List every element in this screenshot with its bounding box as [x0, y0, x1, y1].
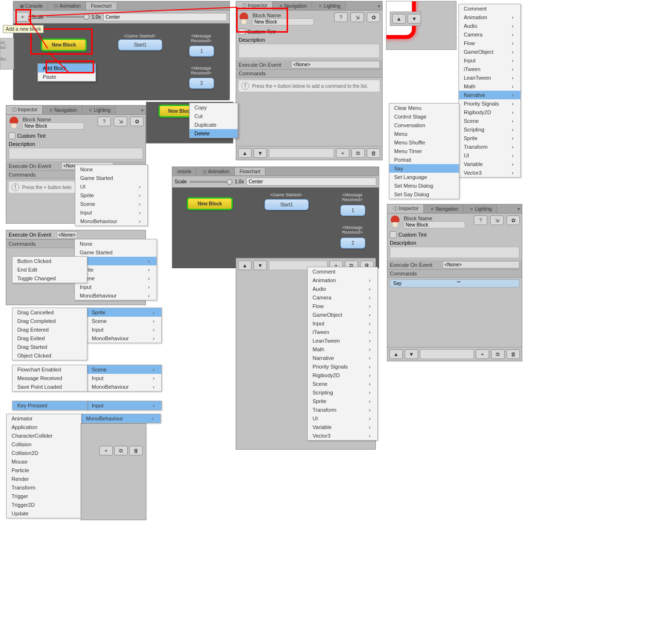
down-button-3[interactable]: ▼ [405, 349, 418, 359]
help-button-3[interactable]: ? [474, 215, 487, 225]
execute-dd-ui[interactable]: <None> [57, 231, 78, 239]
tab-navigation-3[interactable]: ✕Navigation [424, 204, 463, 213]
ccr-math[interactable]: Math [459, 82, 520, 91]
tab-lighting[interactable]: ≡Lighting [312, 1, 346, 10]
ns-setmenu[interactable]: Set Menu Dialog [389, 181, 459, 190]
ccr-priority[interactable]: Priority Signals [459, 99, 520, 108]
ns-conv[interactable]: Conversation [389, 121, 459, 130]
sc-input[interactable]: Input [87, 374, 161, 382]
in-key[interactable]: Key Pressed [12, 401, 87, 410]
collapse-button-3[interactable]: ⇲ [490, 215, 504, 225]
ns-timer[interactable]: Menu Timer [389, 147, 459, 155]
command-search-3[interactable] [420, 349, 474, 359]
panel-menu-icon-3[interactable]: ▾ [515, 205, 522, 212]
menu-copy[interactable]: Copy [190, 103, 238, 112]
mb-mono[interactable]: MonoBehaviour [81, 414, 160, 423]
ns-setsay[interactable]: Set Say Dialog [389, 190, 459, 199]
block-2-c[interactable]: 2 [340, 238, 365, 249]
ccr-variable[interactable]: Variable [459, 160, 520, 168]
collapse-button[interactable]: ⇲ [350, 12, 364, 22]
ui-input[interactable]: Input [75, 283, 156, 291]
flowchart-canvas-2[interactable]: New Block <Game Started> Start1 <Message… [172, 188, 379, 268]
down-button-c[interactable]: ▼ [253, 261, 267, 270]
sp-input[interactable]: Input [87, 325, 161, 334]
custom-tint-checkbox[interactable] [239, 28, 245, 35]
custom-tint-checkbox-2[interactable] [9, 132, 15, 139]
block-1[interactable]: 1 [189, 46, 214, 57]
ccr-sprite[interactable]: Sprite [459, 134, 520, 143]
mb-app[interactable]: Application [7, 423, 81, 431]
center-field[interactable]: Center [103, 13, 227, 21]
description-input-2[interactable] [9, 148, 143, 159]
cc-priority[interactable]: Priority Signals [308, 362, 377, 371]
panel-menu-icon[interactable]: ▾ [375, 2, 382, 9]
down-btn-r[interactable]: ▼ [408, 14, 421, 24]
tab-animation[interactable]: ◷Animation [48, 1, 86, 10]
tab-onsole[interactable]: onsole [172, 168, 196, 175]
block-1-c[interactable]: 1 [340, 205, 365, 216]
command-search[interactable] [269, 148, 334, 158]
ccr-input[interactable]: Input [459, 56, 520, 65]
ccr-narrative[interactable]: Narrative [459, 91, 520, 99]
ev-ui[interactable]: UI [75, 182, 147, 191]
ev-scene[interactable]: Scene [75, 200, 147, 208]
cc-transform[interactable]: Transform [308, 405, 377, 414]
flowchart-canvas[interactable]: New Block <Game Started> Start1 <Message… [13, 24, 229, 100]
sp-enter[interactable]: Drag Entered [12, 325, 87, 334]
ui-none[interactable]: None [75, 239, 156, 248]
mb-col[interactable]: Collision [7, 440, 81, 449]
block-start1-c[interactable]: Start1 [265, 199, 309, 210]
sp-cancel[interactable]: Drag Cancelled [12, 308, 87, 317]
menu-paste[interactable]: Paste [38, 72, 96, 81]
mb-render[interactable]: Render [7, 475, 81, 483]
mb-mouse[interactable]: Mouse [7, 457, 81, 466]
ns-menu[interactable]: Menu [389, 130, 459, 138]
sp-exit[interactable]: Drag Exited [12, 334, 87, 343]
cc-narrative[interactable]: Narrative [308, 354, 377, 362]
block-new[interactable]: New Block [41, 38, 87, 51]
tab-animation-2[interactable]: ◷Animation [196, 167, 234, 176]
del-cmd-mono[interactable]: 🗑 [129, 446, 143, 455]
copy-command-button-3[interactable]: ⧉ [491, 349, 505, 359]
cc-math[interactable]: Math [308, 345, 377, 354]
block-start1[interactable]: Start1 [118, 39, 162, 50]
block-2[interactable]: 2 [189, 78, 214, 89]
ns-clear[interactable]: Clear Menu [389, 104, 459, 112]
custom-tint-checkbox-3[interactable] [390, 231, 397, 238]
ns-control[interactable]: Control Stage [389, 112, 459, 121]
in-input[interactable]: Input [87, 401, 161, 410]
panel-menu-icon-2[interactable]: ▾ [139, 107, 145, 113]
ccr-scene[interactable]: Scene [459, 117, 520, 125]
delete-command-button[interactable]: 🗑 [367, 148, 380, 158]
block-name-input[interactable] [253, 18, 314, 25]
execute-dropdown[interactable]: <None> [291, 61, 380, 68]
cc-sprite[interactable]: Sprite [308, 397, 377, 405]
cc-scene[interactable]: Scene [308, 380, 377, 388]
ev-mono[interactable]: MonoBehaviour [75, 217, 147, 226]
collapse-button-2[interactable]: ⇲ [114, 117, 127, 126]
cc-rigidbody[interactable]: Rigibody2D [308, 371, 377, 380]
menu-delete[interactable]: Delete [190, 129, 238, 138]
tab-navigation[interactable]: ✕Navigation [273, 1, 312, 10]
ccr-rigidbody[interactable]: Rigibody2D [459, 108, 520, 117]
ui-button-clicked[interactable]: Button Clicked [12, 257, 87, 265]
tab-lighting-2[interactable]: ≡Lighting [82, 106, 116, 114]
add-command-button-3[interactable]: + [476, 349, 489, 359]
sc-scene[interactable]: Scene [87, 365, 161, 374]
ccr-ui[interactable]: UI [459, 151, 520, 160]
block-new-c[interactable]: New Block [187, 197, 233, 210]
up-button-3[interactable]: ▲ [389, 349, 403, 359]
sp-complete[interactable]: Drag Completed [12, 317, 87, 325]
cc-variable[interactable]: Variable [308, 423, 377, 431]
ui-toggle-changed[interactable]: Toggle Changed [12, 274, 87, 283]
sp-scene[interactable]: Scene [87, 317, 161, 325]
copy-cmd-mono[interactable]: ⧉ [114, 446, 128, 455]
menu-cut[interactable]: Cut [190, 112, 238, 120]
gear-button-2[interactable]: ✿ [130, 117, 144, 126]
mb-cc[interactable]: CharacterCollider [7, 431, 81, 440]
ns-shuffle[interactable]: Menu Shuffle [389, 138, 459, 147]
add-command-button[interactable]: + [336, 148, 349, 158]
sc-fe[interactable]: Flowchart Enabled [12, 365, 87, 374]
ns-setlang[interactable]: Set Language [389, 173, 459, 181]
tab-inspector[interactable]: ⓘInspector [236, 1, 273, 10]
